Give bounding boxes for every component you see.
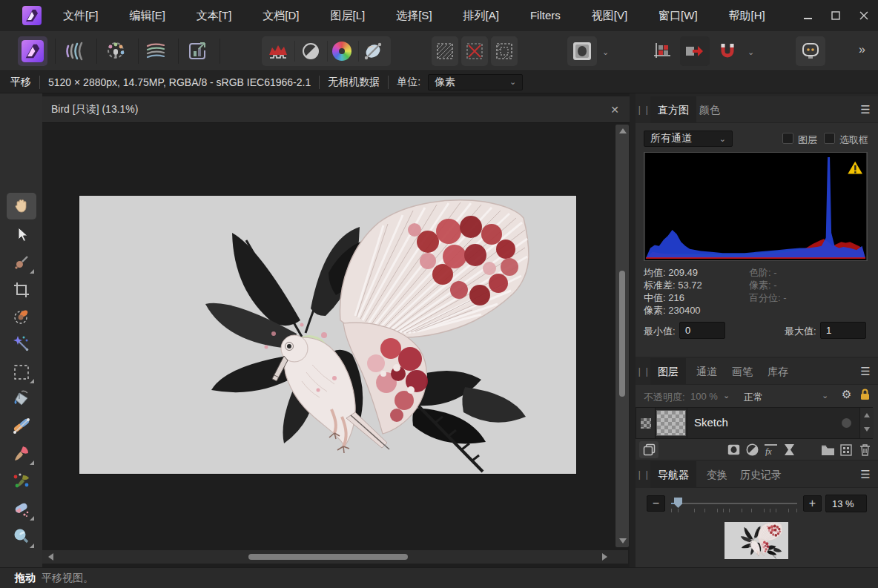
flood-select-tool[interactable] xyxy=(7,331,36,357)
unit-select[interactable]: 像素 ⌄ xyxy=(428,74,523,90)
layer-visibility-dot[interactable] xyxy=(842,418,851,428)
menu-filters[interactable]: Filters xyxy=(515,0,576,31)
tone-mapping-persona-button[interactable] xyxy=(141,36,171,66)
tab-color[interactable]: 颜色 xyxy=(692,96,727,123)
scroll-down-arrow[interactable] xyxy=(619,538,627,544)
minimize-button[interactable] xyxy=(793,0,822,31)
menu-view[interactable]: 视图[V] xyxy=(576,0,643,31)
assistant-button[interactable] xyxy=(796,36,825,66)
panel-menu-icon[interactable]: ☰ xyxy=(859,468,872,481)
marquee-tool[interactable] xyxy=(7,359,36,386)
mask-layer-button[interactable] xyxy=(725,441,742,458)
new-group-button[interactable] xyxy=(819,441,836,458)
layer-scroll-up-arrow[interactable] xyxy=(864,413,870,417)
menu-help[interactable]: 帮助[H] xyxy=(713,0,781,31)
horizontal-scrollbar[interactable] xyxy=(42,550,628,564)
menu-file[interactable]: 文件[F] xyxy=(47,0,114,31)
opacity-chevron[interactable]: ⌄ xyxy=(723,391,730,400)
layer-settings-gear-icon[interactable]: ⚙ xyxy=(842,388,851,401)
navigator-thumbnail[interactable] xyxy=(724,522,788,559)
scroll-up-arrow[interactable] xyxy=(619,128,627,133)
zoom-out-button[interactable]: − xyxy=(647,495,665,512)
magnet-dropdown-chevron[interactable]: ⌄ xyxy=(747,47,754,57)
menu-edit[interactable]: 编辑[E] xyxy=(114,0,181,31)
menu-window[interactable]: 窗口[W] xyxy=(643,0,713,31)
menu-document[interactable]: 文档[D] xyxy=(247,0,314,31)
tab-transform[interactable]: 变换 xyxy=(699,461,735,488)
blend-mode-chevron[interactable]: ⌄ xyxy=(822,391,828,400)
adjustment-layer-button[interactable] xyxy=(744,441,760,458)
app-logo-icon[interactable] xyxy=(22,6,42,25)
eraser-tool[interactable] xyxy=(7,496,36,523)
panel-grip[interactable]: ❘❘ xyxy=(636,96,650,123)
vertical-scrollbar[interactable] xyxy=(615,125,629,547)
paint-brush-tool[interactable] xyxy=(7,440,36,467)
zoom-in-button[interactable]: + xyxy=(803,495,822,512)
insertion-order-button[interactable] xyxy=(680,36,710,66)
layer-alpha-badge-icon[interactable] xyxy=(641,418,651,429)
layer-name[interactable]: Sketch xyxy=(694,416,728,429)
snapping-magnet-button[interactable] xyxy=(713,36,742,66)
opacity-value[interactable]: 100 % xyxy=(690,391,718,402)
gradient-tool[interactable] xyxy=(7,413,36,440)
zoom-slider-track[interactable] xyxy=(671,503,797,504)
close-button[interactable] xyxy=(850,0,878,31)
mask-dropdown-chevron[interactable]: ⌄ xyxy=(602,47,609,57)
develop-persona-button[interactable] xyxy=(101,36,131,66)
view-tool[interactable] xyxy=(7,193,36,219)
photo-persona-button[interactable] xyxy=(18,36,47,66)
duplicate-layer-button[interactable] xyxy=(639,441,658,458)
live-filter-button[interactable] xyxy=(781,441,797,458)
discard-selection-button[interactable] xyxy=(461,36,488,66)
auto-levels-button[interactable] xyxy=(263,36,293,66)
liquify-persona-button[interactable] xyxy=(59,36,89,66)
channel-select[interactable]: 所有通道 ⌄ xyxy=(644,131,733,147)
tab-navigator[interactable]: 导航器 xyxy=(650,461,696,488)
scroll-right-arrow[interactable] xyxy=(602,553,607,561)
tab-channels[interactable]: 通道 xyxy=(689,358,724,385)
panel-divider[interactable] xyxy=(630,93,636,567)
blend-mode-value[interactable]: 正常 xyxy=(744,391,763,404)
auto-colors-button[interactable] xyxy=(327,36,357,66)
menu-text[interactable]: 文本[T] xyxy=(181,0,248,31)
tab-close-button[interactable]: ✕ xyxy=(607,102,622,117)
panel-menu-icon[interactable]: ☰ xyxy=(859,365,872,378)
merge-selection-button[interactable] xyxy=(432,36,458,66)
crop-tool[interactable] xyxy=(7,277,36,303)
snapping-presets-button[interactable] xyxy=(647,36,677,66)
zoom-tool[interactable] xyxy=(7,523,36,550)
menu-arrange[interactable]: 排列[A] xyxy=(448,0,515,31)
scroll-left-arrow[interactable] xyxy=(48,553,53,561)
layer-scroll-down-arrow[interactable] xyxy=(864,427,870,432)
tab-brushes[interactable]: 画笔 xyxy=(724,358,760,385)
auto-white-balance-button[interactable] xyxy=(358,36,388,66)
max-value-input[interactable]: 1 xyxy=(820,322,866,339)
color-replacement-brush-tool[interactable] xyxy=(7,468,36,495)
layer-effects-button[interactable]: fx xyxy=(762,441,779,458)
document-viewport[interactable] xyxy=(42,123,630,549)
lock-icon[interactable] xyxy=(860,389,870,400)
vertical-scroll-thumb[interactable] xyxy=(619,271,625,397)
move-tool[interactable] xyxy=(7,221,36,248)
document-tab[interactable]: Bird [只读] (13.1%) ✕ xyxy=(42,96,630,123)
toolbar-overflow-button[interactable]: » xyxy=(859,43,865,56)
flood-fill-tool[interactable] xyxy=(7,386,36,412)
horizontal-scroll-thumb[interactable] xyxy=(248,554,408,560)
zoom-slider-thumb[interactable] xyxy=(674,498,682,508)
delete-layer-button[interactable] xyxy=(856,441,873,458)
menu-select[interactable]: 选择[S] xyxy=(380,0,447,31)
tab-history[interactable]: 历史记录 xyxy=(733,461,789,488)
min-value-input[interactable]: 0 xyxy=(679,322,725,339)
tab-histogram[interactable]: 直方图 xyxy=(650,96,696,123)
tab-stock[interactable]: 库存 xyxy=(760,358,796,385)
maximize-button[interactable] xyxy=(822,0,850,31)
panel-menu-icon[interactable]: ☰ xyxy=(859,103,872,116)
blend-ranges-button[interactable] xyxy=(838,441,854,458)
auto-contrast-button[interactable] xyxy=(296,36,326,66)
histogram-chart[interactable] xyxy=(644,152,868,261)
mask-button[interactable] xyxy=(567,36,597,66)
document-image[interactable] xyxy=(79,196,576,474)
selection-brush-tool[interactable] xyxy=(7,303,36,330)
layer-checkbox[interactable] xyxy=(782,133,793,144)
intersect-selection-button[interactable] xyxy=(491,36,518,66)
